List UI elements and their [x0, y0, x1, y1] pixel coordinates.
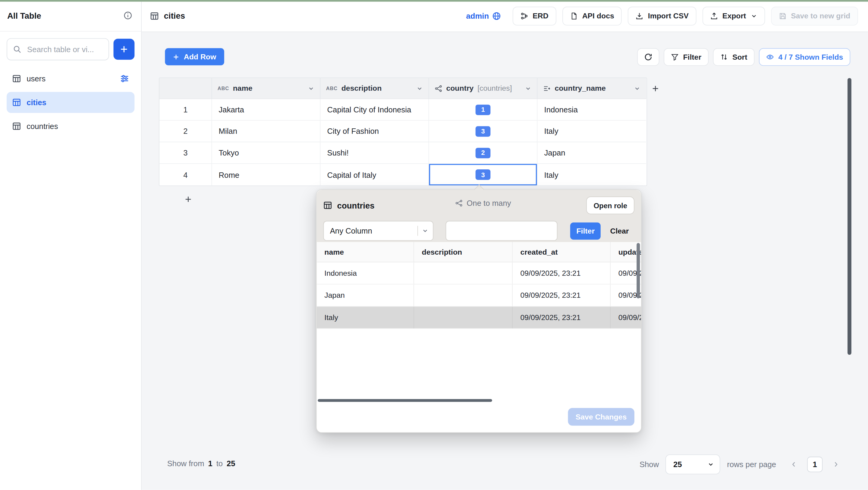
column-label: country_name	[555, 84, 606, 93]
sidebar-item-label: users	[27, 74, 45, 83]
popup-cell-created-at[interactable]: 09/09/2025, 23:21	[513, 307, 611, 329]
popup-cell-created-at[interactable]: 09/09/2025, 23:21	[513, 263, 611, 284]
popup-row-italy-selected[interactable]: Italy 09/09/2025, 23:21 09/09/2025, 23:2…	[317, 307, 641, 329]
popup-clear-button[interactable]: Clear	[604, 222, 634, 239]
cell-country-name[interactable]: Japan	[537, 142, 646, 164]
row-number: 3	[159, 142, 212, 164]
column-header-name[interactable]: ABC name	[212, 78, 320, 99]
cell-name[interactable]: Rome	[212, 164, 320, 186]
save-changes-button[interactable]: Save Changes	[568, 408, 634, 426]
relation-badge[interactable]: 1	[475, 104, 491, 115]
field-type-abc: ABC	[326, 86, 338, 91]
append-row-button[interactable]	[181, 192, 195, 207]
popup-col-created-at: created_at	[513, 242, 611, 262]
cell-country[interactable]: 1	[429, 99, 537, 121]
popup-cell-created-at[interactable]: 09/09/2025, 23:21	[513, 284, 611, 306]
popup-row-indonesia[interactable]: Indonesia 09/09/2025, 23:21 09/09/2025, …	[317, 263, 641, 284]
popup-cell-name[interactable]: Italy	[317, 307, 414, 329]
cell-name[interactable]: Jakarta	[212, 99, 320, 121]
relation-badge[interactable]: 3	[475, 126, 491, 136]
chevron-down-icon[interactable]	[308, 85, 314, 92]
sidebar-search-row	[0, 32, 141, 65]
chevron-down-icon[interactable]	[422, 227, 429, 234]
column-header-country-name[interactable]: country_name	[537, 78, 646, 99]
chevron-down-icon	[750, 12, 757, 19]
cell-country-name[interactable]: Italy	[537, 121, 646, 142]
data-grid: ABC name ABC description	[159, 78, 647, 186]
cell-description[interactable]: Capital City of Indonesia	[320, 99, 429, 121]
field-settings-icon[interactable]	[120, 74, 129, 83]
api-docs-button[interactable]: API docs	[562, 6, 622, 25]
admin-user-link[interactable]: admin	[466, 11, 501, 20]
info-icon[interactable]	[124, 11, 132, 20]
popup-filter-input[interactable]	[446, 221, 558, 241]
main-vertical-scrollbar[interactable]	[847, 78, 851, 355]
popup-cell-description[interactable]	[414, 284, 513, 306]
plus-icon	[120, 45, 128, 54]
erd-button[interactable]: ERD	[513, 6, 556, 25]
add-row-button[interactable]: Add Row	[165, 48, 224, 65]
cell-country-name[interactable]: Italy	[537, 164, 646, 186]
sidebar-item-users[interactable]: users	[7, 68, 134, 89]
popup-row-japan[interactable]: Japan 09/09/2025, 23:21 09/09/2025, 23:2…	[317, 284, 641, 306]
open-role-button[interactable]: Open role	[587, 196, 634, 214]
current-page-button[interactable]: 1	[807, 457, 823, 472]
search-icon	[13, 45, 22, 54]
save-icon	[779, 12, 786, 20]
popup-cell-name[interactable]: Japan	[317, 284, 414, 306]
column-label: name	[233, 84, 253, 93]
cell-country[interactable]: 3	[429, 121, 537, 142]
cell-country-selected[interactable]: 3	[429, 164, 537, 186]
cell-description[interactable]: City of Fashion	[320, 121, 429, 142]
plus-icon	[173, 53, 179, 60]
filter-button[interactable]: Filter	[664, 48, 709, 66]
sidebar-item-cities[interactable]: cities	[7, 92, 134, 113]
add-table-button[interactable]	[114, 39, 135, 60]
cell-description[interactable]: Sushi!	[320, 142, 429, 164]
popup-horizontal-scrollbar[interactable]	[318, 399, 492, 402]
table-row: 1 Jakarta Capital City of Indonesia 1 In…	[159, 99, 647, 121]
search-input[interactable]	[26, 44, 103, 54]
column-select-value: Any Column	[330, 226, 372, 235]
column-header-country[interactable]: country [countries]	[429, 78, 537, 99]
column-header-description[interactable]: ABC description	[320, 78, 429, 99]
popup-vertical-scrollbar[interactable]	[637, 243, 640, 298]
popup-cell-description[interactable]	[414, 307, 513, 329]
cell-name[interactable]: Tokyo	[212, 142, 320, 164]
page-size-select[interactable]: 25	[665, 454, 720, 474]
popup-cell-description[interactable]	[414, 263, 513, 284]
shown-fields-button[interactable]: 4 / 7 Shown Fields	[759, 48, 850, 66]
add-column-button[interactable]	[648, 81, 663, 96]
popup-cell-updated-at[interactable]: 09/09/2025, 23:21	[611, 307, 641, 329]
column-select[interactable]: Any Column	[323, 221, 434, 241]
save-to-new-grid-button[interactable]: Save to new grid	[771, 6, 858, 25]
next-page-button[interactable]	[829, 458, 842, 471]
row-number: 1	[159, 99, 212, 121]
cell-name[interactable]: Milan	[212, 121, 320, 142]
previous-page-button[interactable]	[787, 458, 801, 471]
relation-badge[interactable]: 3	[475, 170, 491, 180]
export-button[interactable]: Export	[703, 6, 765, 25]
popup-cell-name[interactable]: Indonesia	[317, 263, 414, 284]
search-box[interactable]	[7, 38, 109, 60]
sort-button[interactable]: Sort	[713, 48, 755, 66]
chevron-down-icon[interactable]	[525, 85, 531, 92]
row-number-header	[159, 78, 212, 99]
cell-country[interactable]: 2	[429, 142, 537, 164]
import-csv-button[interactable]: Import CSV	[628, 6, 696, 25]
eye-icon	[766, 53, 774, 61]
erd-icon	[521, 12, 528, 20]
popup-filter-button[interactable]: Filter	[570, 222, 601, 239]
relation-badge[interactable]: 2	[475, 147, 491, 158]
table-list: users cities countries	[0, 65, 141, 140]
cell-description[interactable]: Capital of Italy	[320, 164, 429, 186]
refresh-button[interactable]	[637, 48, 659, 66]
relation-icon	[435, 84, 442, 92]
sidebar-item-countries[interactable]: countries	[7, 116, 134, 137]
page-title: cities	[164, 11, 185, 21]
cell-country-name[interactable]: Indonesia	[537, 99, 646, 121]
chevron-down-icon[interactable]	[416, 85, 423, 92]
chevron-down-icon[interactable]	[634, 85, 641, 92]
plus-icon	[184, 195, 192, 203]
range-start: 1	[208, 459, 212, 468]
